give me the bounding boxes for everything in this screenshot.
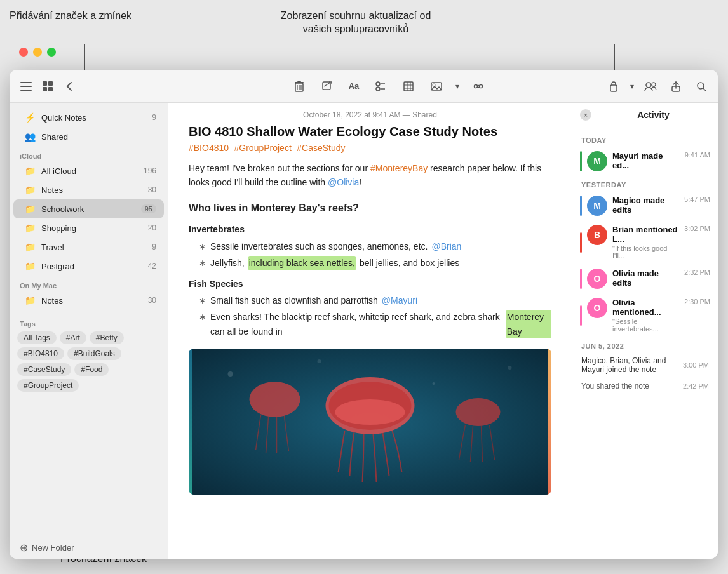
svg-rect-9 [297, 81, 301, 82]
activity-bar-pink-1 [580, 269, 582, 289]
tag-bio4810[interactable]: #BIO4810 [17, 347, 64, 360]
activity-item-magico[interactable]: M Magico made edits 5:47 PM [572, 191, 718, 220]
svg-rect-30 [610, 85, 617, 91]
list-view-button[interactable] [17, 77, 35, 95]
tags-label: Tags [17, 315, 160, 331]
on-my-mac-label: On My Mac [10, 276, 168, 291]
activity-item-brian[interactable]: B Brian mentioned L... "If this looks go… [572, 220, 718, 264]
svg-point-32 [652, 83, 656, 86]
close-button[interactable] [19, 48, 28, 57]
tag-casestudy[interactable]: #CaseStudy [17, 363, 71, 376]
sidebar-item-quick-notes[interactable]: ⚡ Quick Notes 9 [13, 108, 164, 127]
note-content[interactable]: BIO 4810 Shallow Water Ecology Case Stud… [168, 123, 572, 559]
minimize-button[interactable] [33, 48, 42, 57]
connector-line-activity [614, 44, 615, 73]
mention-olivia[interactable]: @Olivia [328, 177, 359, 187]
svg-rect-19 [404, 82, 413, 91]
maximize-button[interactable] [47, 48, 56, 57]
tags-grid: All Tags #Art #Betty #BIO4810 #BuildGoal… [17, 331, 160, 392]
note-area: October 18, 2022 at 9:41 AM — Shared BIO… [168, 103, 572, 559]
svg-rect-2 [20, 90, 32, 91]
toolbar-left [17, 77, 176, 95]
avatar-magico: M [587, 196, 607, 216]
mention-montereybay[interactable]: #MontereyBay [370, 163, 428, 173]
tag-betty[interactable]: #Betty [90, 331, 124, 344]
tag-art[interactable]: #Art [60, 331, 86, 344]
note-bullet-1: Sessile invertebrates such as sponges, a… [199, 239, 551, 253]
activity-item-olivia-edits[interactable]: O Olivia made edits 2:32 PM [572, 264, 718, 293]
note-jellyfish-image [189, 349, 551, 495]
share-button[interactable] [667, 77, 685, 95]
note-tags-line: #BIO4810 #GroupProject #CaseStudy [189, 142, 551, 154]
new-folder-button[interactable]: ⊕ New Folder [10, 537, 168, 559]
activity-bar-pink-2 [580, 305, 582, 326]
activity-yesterday-header: YESTERDAY [572, 176, 718, 191]
toolbar: Aa ▾ ▾ [10, 70, 718, 103]
activity-text-mayuri-today: Mayuri made ed... [612, 151, 680, 170]
note-tag-bio4810[interactable]: #BIO4810 [189, 143, 229, 153]
activity-item-mayuri-today[interactable]: M Mayuri made ed... 9:41 AM [572, 147, 718, 176]
svg-rect-6 [48, 87, 53, 91]
search-button[interactable] [692, 77, 710, 95]
traffic-lights [19, 48, 56, 57]
toolbar-right: ▾ [605, 77, 710, 95]
annotation-activity-summary: Zobrazení souhrnu aktualizací od vašich … [267, 10, 445, 36]
activity-text-olivia-mention: Olivia mentioned... "Sessile invertebrat… [612, 298, 679, 333]
svg-point-25 [433, 84, 435, 86]
format-text-button[interactable]: Aa [346, 77, 362, 95]
note-tag-casestudy[interactable]: #CaseStudy [297, 143, 345, 153]
sidebar-item-shopping[interactable]: 📁 Shopping 20 [13, 218, 164, 237]
delete-button[interactable] [290, 77, 308, 95]
activity-item-olivia-mention[interactable]: O Olivia mentioned... "Sessile invertebr… [572, 293, 718, 337]
activity-shared-text: You shared the note [581, 382, 678, 390]
activity-text-olivia-edits: Olivia made edits [612, 269, 679, 288]
activity-close-button[interactable]: × [580, 109, 591, 121]
activity-title: Activity [597, 110, 710, 120]
mention-mayuri[interactable]: @Mayuri [382, 293, 417, 307]
note-tag-groupproject[interactable]: #GroupProject [234, 143, 292, 153]
share-link-button[interactable] [469, 77, 487, 95]
sidebar-item-postgrad[interactable]: 📁 Postgrad 42 [13, 257, 164, 276]
note-date-header: October 18, 2022 at 9:41 AM — Shared [168, 103, 572, 123]
compose-button[interactable] [318, 77, 336, 95]
media-button[interactable] [428, 77, 445, 95]
shared-icon: 👥 [24, 130, 36, 143]
toolbar-center: Aa ▾ [179, 77, 599, 95]
notes-mac-icon: 📁 [24, 294, 36, 307]
tag-food[interactable]: #Food [74, 363, 109, 376]
activity-item-shared: You shared the note 2:42 PM [572, 378, 718, 394]
svg-rect-1 [20, 86, 32, 87]
table-button[interactable] [400, 77, 417, 95]
svg-point-17 [376, 87, 380, 91]
svg-line-35 [703, 88, 706, 91]
avatar-brian: B [587, 225, 607, 245]
activity-today-header: TODAY [572, 131, 718, 147]
sidebar-item-schoolwork[interactable]: 📁 Schoolwork 95 [13, 199, 164, 218]
back-button[interactable] [60, 77, 78, 95]
lock-button[interactable] [605, 77, 623, 95]
checklist-button[interactable] [372, 77, 389, 95]
svg-point-44 [433, 382, 435, 385]
svg-line-14 [324, 83, 330, 86]
sidebar-item-shared[interactable]: 👥 Shared [13, 127, 164, 146]
schoolwork-badge: 95 [141, 204, 156, 213]
icloud-label: iCloud [10, 146, 168, 161]
collaborate-button[interactable] [642, 77, 659, 95]
sidebar-item-all-icloud[interactable]: 📁 All iCloud 196 [13, 161, 164, 180]
svg-point-42 [228, 371, 233, 377]
activity-bar-blue [580, 196, 582, 216]
sidebar-item-notes-icloud[interactable]: 📁 Notes 30 [13, 180, 164, 199]
toolbar-separator [602, 80, 602, 93]
highlight-monterey-bay: Monterey Bay [506, 310, 551, 338]
svg-point-15 [376, 82, 380, 86]
mention-brian[interactable]: @Brian [431, 239, 461, 253]
note-subsection-fish: Fish Species [189, 277, 551, 291]
annotation-tags-mentions: Přidávání značek a zmínek [10, 10, 131, 23]
grid-view-button[interactable] [39, 77, 57, 95]
tag-groupproject[interactable]: #GroupProject [17, 379, 79, 392]
sidebar-item-notes-mac[interactable]: 📁 Notes 30 [13, 291, 164, 310]
sidebar-item-travel[interactable]: 📁 Travel 9 [13, 237, 164, 257]
tag-buildgoals[interactable]: #BuildGoals [67, 347, 121, 360]
tag-all-tags[interactable]: All Tags [17, 331, 57, 344]
svg-point-26 [475, 84, 478, 88]
